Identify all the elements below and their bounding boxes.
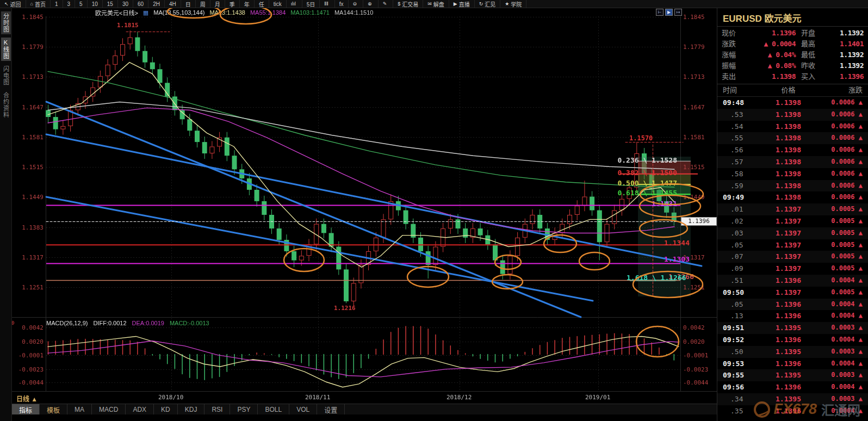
tick-row: .501.13950.0003 ▲ <box>717 346 868 358</box>
analysis-button-label: 解盘 <box>433 0 444 8</box>
tab-RSI[interactable]: RSI <box>204 404 230 414</box>
tick-time: .05 <box>723 299 755 311</box>
tick-price: 1.1395 <box>755 322 821 334</box>
tick-row: .551.13980.0006 ▲ <box>717 132 868 144</box>
quote-value: ▲ 0.04% <box>743 49 796 60</box>
tick-price: 1.1396 <box>755 275 821 287</box>
quote-row: 涨幅▲ 0.04%最低1.1392 <box>722 49 864 60</box>
tab-MA[interactable]: MA <box>67 404 92 414</box>
tick-price: 1.1397 <box>755 203 821 215</box>
live-button[interactable]: ▶直播 <box>449 0 475 8</box>
sidebar-item-kline-chart[interactable]: K线图 <box>1 38 11 61</box>
refresh-icon: ↻ <box>479 1 483 7</box>
tick-price: 1.1396 <box>755 381 821 393</box>
quote-value: 1.1398 <box>743 71 796 82</box>
period-5-label: 5 <box>79 1 83 7</box>
period-5[interactable]: 5 <box>75 0 88 8</box>
tick-row: .051.13970.0005 ▲ <box>717 239 868 251</box>
tick-change: 0.0006 ▲ <box>821 97 863 109</box>
tick-row: .561.13980.0006 ▲ <box>717 144 868 156</box>
period-60-label: 60 <box>138 1 144 7</box>
tick-price: 1.1398 <box>755 109 821 121</box>
zoom-in-icon: ⊕ <box>368 1 372 7</box>
tab-模板[interactable]: 模板 <box>40 404 67 414</box>
academy-button[interactable]: ★学院 <box>500 0 526 8</box>
watermark-site: 汇通网 <box>821 400 860 419</box>
live-button-label: 直播 <box>459 0 470 8</box>
period-1[interactable]: 1 <box>51 0 63 8</box>
toolbar: ↖返回⌂首页135101530602H4H日周月季年任tickılıl5日‖‖f… <box>0 0 868 8</box>
tick-time: 09:56 <box>723 381 755 393</box>
axis-settings-icon[interactable]: ⊢ <box>656 9 664 16</box>
quote-value: 1.1392 <box>825 49 864 60</box>
analysis-button[interactable]: ✉解盘 <box>423 0 449 8</box>
bars-icon: ılıl <box>291 1 296 7</box>
period-year[interactable]: 年 <box>240 0 255 8</box>
tab-ADX[interactable]: ADX <box>126 404 154 414</box>
zoom-in-button[interactable]: ⊕ <box>363 0 379 8</box>
period-3[interactable]: 3 <box>63 0 76 8</box>
period-2h[interactable]: 2H <box>148 0 165 8</box>
tick-change: 0.0004 ▲ <box>821 275 863 287</box>
tick-price: 1.1396 <box>755 334 821 346</box>
period-custom-label: 任 <box>259 0 264 8</box>
tab-设置[interactable]: 设置 <box>317 404 345 414</box>
tick-row: 09:551.13950.0003 ▲ <box>717 369 868 381</box>
zoom-out-icon: ⊖ <box>353 1 357 7</box>
period-60[interactable]: 60 <box>133 0 148 8</box>
volume-style-button[interactable]: ılıl <box>287 0 302 8</box>
tick-time: 09:51 <box>723 322 755 334</box>
period-30[interactable]: 30 <box>118 0 133 8</box>
fx-indicator-button[interactable]: fx <box>335 0 349 8</box>
period-4h[interactable]: 4H <box>165 0 181 8</box>
sidebar-item-time-chart[interactable]: 分时图 <box>1 11 11 34</box>
tick-row: .531.13980.0006 ▲ <box>717 109 868 121</box>
chart-window-controls: ⊢▶↦ <box>656 9 682 16</box>
period-10[interactable]: 10 <box>88 0 103 8</box>
trade-button[interactable]: $汇交易 <box>393 0 423 8</box>
tab-指标[interactable]: 指标 <box>12 404 40 414</box>
tick-time: .51 <box>723 275 755 287</box>
draw-tool-button[interactable]: ✎ <box>379 0 394 8</box>
period-15-label: 15 <box>107 1 113 7</box>
tick-time: .03 <box>723 227 755 239</box>
period-month[interactable]: 月 <box>210 0 225 8</box>
tab-KDJ[interactable]: KDJ <box>178 404 205 414</box>
tab-BOLL[interactable]: BOLL <box>258 404 289 414</box>
quote-value: 1.1392 <box>825 28 864 39</box>
period-custom[interactable]: 任 <box>255 0 269 8</box>
playback-icon[interactable]: ▶ <box>665 9 673 16</box>
period-15[interactable]: 15 <box>103 0 118 8</box>
zoom-out-button[interactable]: ⊖ <box>349 0 364 8</box>
quote-row: 现价1.1396开盘1.1392 <box>722 28 864 39</box>
quote-value: 1.1392 <box>825 60 864 71</box>
period-day[interactable]: 日 <box>181 0 196 8</box>
huijian-button[interactable]: ↻汇见 <box>475 0 501 8</box>
tick-price: 1.1398 <box>755 191 821 203</box>
school-icon: ★ <box>505 1 509 7</box>
tab-MACD[interactable]: MACD <box>92 404 126 414</box>
period-week[interactable]: 周 <box>196 0 210 8</box>
candle-style-button[interactable]: ‖‖ <box>320 0 334 8</box>
tick-change: 0.0006 ▲ <box>821 156 863 168</box>
tick-change: 0.0003 ▲ <box>821 322 863 334</box>
sidebar-item-lightning-chart[interactable]: 闪电图 <box>1 64 11 87</box>
period-tick[interactable]: tick <box>269 0 287 8</box>
tick-price: 1.1397 <box>755 239 821 251</box>
home-button[interactable]: ⌂首页 <box>26 0 51 8</box>
period-quarter[interactable]: 季 <box>225 0 240 8</box>
period-week-label: 周 <box>200 0 206 8</box>
5day-button[interactable]: 5日 <box>302 0 320 8</box>
chat-icon: ✉ <box>427 1 432 7</box>
tab-PSY[interactable]: PSY <box>230 404 258 414</box>
pop-out-icon[interactable]: ↦ <box>674 9 682 16</box>
tab-VOL[interactable]: VOL <box>289 404 317 414</box>
tab-KD[interactable]: KD <box>154 404 178 414</box>
watermark-brand: FX678 <box>773 401 817 418</box>
back-button[interactable]: ↖返回 <box>0 0 26 8</box>
quote-label: 昨收 <box>801 60 825 71</box>
tick-change: 0.0003 ▲ <box>821 346 863 358</box>
sidebar-item-contract-info[interactable]: 合约资料 <box>1 90 11 120</box>
tick-time: 09:50 <box>723 287 755 299</box>
quote-value: 1.1396 <box>743 28 796 39</box>
